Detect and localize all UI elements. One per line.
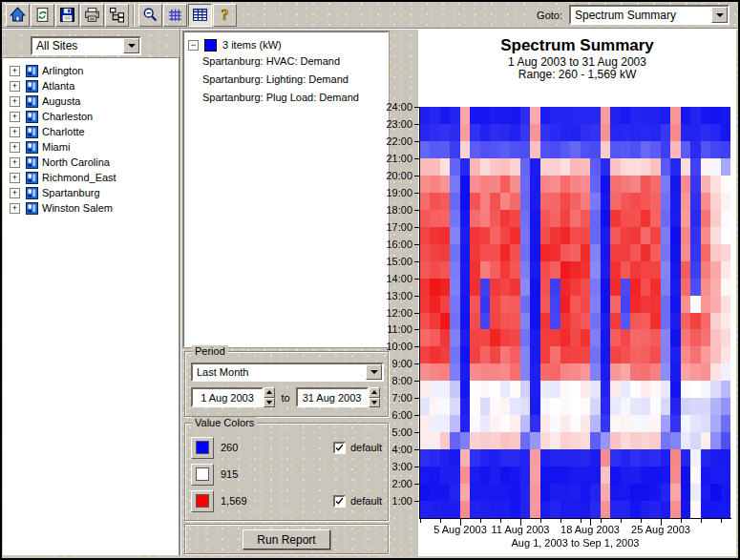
table-icon	[192, 7, 208, 23]
tree-item-richmond-east[interactable]: +Richmond_East	[3, 170, 179, 185]
period-preset-select[interactable]: Last Month	[191, 363, 384, 382]
tree-item-north-carolina[interactable]: +North Carolina	[3, 155, 179, 170]
help-icon: ?	[217, 7, 233, 23]
to-label: to	[281, 392, 289, 404]
goto-label: Goto:	[537, 10, 562, 21]
tree-item-label: Miami	[42, 141, 70, 153]
items-list: − 3 items (kW) Spartanburg: HVAC: Demand…	[183, 31, 389, 347]
site-filter-select[interactable]: All Sites	[31, 36, 141, 55]
tree-item-spartanburg[interactable]: +Spartanburg	[3, 185, 179, 200]
group-color-swatch	[204, 39, 217, 52]
end-date-stepper	[369, 387, 380, 407]
zoom-out-button[interactable]	[138, 4, 162, 27]
spectrum-heatmap	[420, 107, 730, 518]
mid-color-button[interactable]	[191, 464, 214, 486]
print-button[interactable]	[80, 4, 104, 27]
tree-item-atlanta[interactable]: +Atlanta	[3, 78, 179, 93]
tree-item-label: Spartanburg	[42, 187, 100, 198]
refresh-button[interactable]	[31, 4, 54, 27]
tree-item-charleston[interactable]: +Charleston	[3, 109, 179, 124]
toolbar-separator	[133, 5, 135, 26]
spin-down-icon[interactable]	[264, 398, 275, 408]
default-checkbox-label: default	[350, 442, 382, 453]
tree-item-label: Arlington	[42, 65, 83, 76]
expand-icon[interactable]: +	[10, 188, 20, 198]
expand-icon[interactable]: +	[10, 127, 20, 137]
tree-item-augusta[interactable]: +Augusta	[3, 93, 179, 109]
value-color-row: 915	[191, 463, 384, 486]
items-list-row[interactable]: Spartanburg: Plug Load: Demand	[188, 89, 388, 107]
site-icon	[26, 80, 38, 93]
expand-icon[interactable]: +	[10, 66, 20, 76]
items-group-header[interactable]: − 3 items (kW)	[188, 37, 388, 52]
grid-icon	[167, 7, 183, 23]
chart-range-label: Range: 260 - 1,569 kW	[418, 68, 736, 81]
expand-icon[interactable]: +	[10, 96, 20, 107]
tree-item-arlington[interactable]: +Arlington	[3, 63, 179, 78]
sites-tree: +Arlington+Atlanta+Augusta+Charleston+Ch…	[3, 57, 180, 555]
value-colors-group: Value Colors 260 default 915 1,569 defau…	[184, 423, 389, 521]
grid-button[interactable]	[163, 4, 187, 27]
help-button[interactable]: ?	[213, 4, 237, 27]
chart-title: Spectrum Summary	[418, 36, 736, 55]
expand-icon[interactable]: +	[10, 173, 20, 183]
tree-item-label: Charleston	[42, 111, 93, 122]
chevron-down-icon[interactable]	[366, 364, 382, 380]
default-checkbox[interactable]	[333, 442, 346, 454]
default-checkbox[interactable]	[333, 495, 346, 508]
site-icon	[26, 126, 38, 138]
end-date-field[interactable]: 31 Aug 2003	[296, 387, 369, 407]
goto-select[interactable]: Spectrum Summary	[569, 5, 729, 25]
home-button[interactable]	[6, 4, 30, 27]
run-report-button[interactable]: Run Report	[243, 529, 330, 550]
spin-up-icon[interactable]	[369, 387, 380, 398]
tree-item-label: North Carolina	[42, 156, 110, 168]
tree-item-miami[interactable]: +Miami	[3, 139, 179, 155]
low-color-value: 260	[221, 442, 333, 453]
start-date-field[interactable]: 1 Aug 2003	[191, 387, 264, 407]
chart-subtitle: 1 Aug 2003 to 31 Aug 2003	[418, 55, 736, 69]
tree-item-label: Augusta	[42, 95, 80, 107]
expand-icon[interactable]: +	[10, 81, 20, 92]
items-list-row[interactable]: Spartanburg: HVAC: Demand	[188, 52, 388, 71]
spin-up-icon[interactable]	[264, 387, 275, 398]
date-range-row: 1 Aug 2003 to 31 Aug 2003	[191, 387, 382, 407]
collapse-icon[interactable]: −	[188, 40, 199, 51]
expand-icon[interactable]: +	[10, 142, 20, 153]
home-icon	[10, 7, 26, 23]
goto-select-value: Spectrum Summary	[571, 9, 711, 22]
start-date-stepper	[264, 387, 275, 407]
mid-color-value: 915	[221, 468, 384, 480]
value-colors-label: Value Colors	[192, 417, 257, 428]
tree-item-label: Charlotte	[42, 126, 85, 137]
svg-text:?: ?	[222, 7, 229, 23]
save-icon	[59, 7, 75, 23]
period-preset-value: Last Month	[193, 366, 366, 378]
y-axis-line	[419, 107, 420, 519]
site-icon	[26, 65, 38, 77]
save-button[interactable]	[55, 4, 79, 27]
low-color-button[interactable]	[191, 437, 214, 459]
chevron-down-icon[interactable]	[711, 7, 728, 23]
site-tree-icon	[109, 7, 125, 23]
tree-item-label: Richmond_East	[42, 172, 116, 183]
high-color-value: 1,569	[221, 495, 333, 507]
site-explorer-button[interactable]	[105, 4, 129, 27]
spin-down-icon[interactable]	[369, 398, 380, 408]
site-icon	[26, 95, 38, 108]
value-color-row: 260 default	[191, 436, 384, 459]
table-view-button[interactable]	[188, 4, 212, 27]
chevron-down-icon[interactable]	[123, 38, 139, 53]
sites-panel: All Sites +Arlington+Atlanta+Augusta+Cha…	[2, 29, 180, 556]
expand-icon[interactable]: +	[10, 157, 20, 168]
high-color-button[interactable]	[191, 490, 214, 512]
zoom-out-icon	[142, 7, 159, 23]
site-icon	[26, 156, 38, 169]
tree-item-winston-salem[interactable]: +Winston Salem	[3, 200, 179, 216]
expand-icon[interactable]: +	[10, 203, 20, 214]
print-icon	[84, 7, 100, 23]
site-icon	[26, 187, 38, 199]
items-list-row[interactable]: Spartanburg: Lighting: Demand	[188, 71, 388, 89]
tree-item-charlotte[interactable]: +Charlotte	[3, 124, 179, 139]
expand-icon[interactable]: +	[10, 112, 20, 122]
